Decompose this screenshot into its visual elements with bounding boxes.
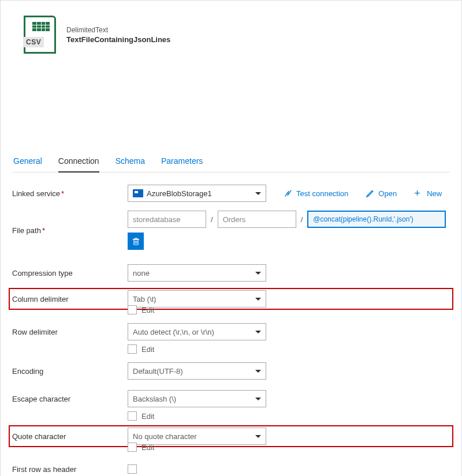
quote-character-edit-checkbox[interactable] xyxy=(128,443,137,452)
path-separator: / xyxy=(301,215,303,224)
chevron-down-icon xyxy=(255,192,261,195)
path-separator: / xyxy=(211,215,213,224)
compression-type-value: none xyxy=(133,269,150,278)
linked-service-select[interactable]: AzureBlobStorage1 xyxy=(128,185,266,202)
storage-icon xyxy=(133,189,143,197)
quote-character-value: No quote character xyxy=(133,432,197,441)
label-escape-character: Escape character xyxy=(12,395,128,403)
label-first-row-header: First row as header xyxy=(12,465,128,474)
dataset-title: TextFileContainingJsonLines xyxy=(66,35,170,44)
escape-character-edit-checkbox[interactable] xyxy=(128,411,137,421)
escape-character-select[interactable]: Backslash (\) xyxy=(128,390,266,407)
plus-icon: + xyxy=(414,189,423,198)
label-column-delimiter: Column delimiter xyxy=(12,295,128,303)
filepath-directory-input[interactable]: Orders xyxy=(218,211,296,228)
new-button[interactable]: + New xyxy=(414,189,442,198)
csv-file-icon: CSV xyxy=(24,16,56,54)
column-delimiter-value: Tab (\t) xyxy=(133,295,156,303)
tab-parameters[interactable]: Parameters xyxy=(161,152,203,172)
edit-label: Edit xyxy=(141,443,154,452)
linked-service-value: AzureBlobStorage1 xyxy=(147,189,212,198)
row-delimiter-edit-checkbox[interactable] xyxy=(128,344,137,354)
encoding-select[interactable]: Default(UTF-8) xyxy=(128,362,266,380)
filepath-filename-input[interactable]: @concat(pipeline().RunId,'.json') xyxy=(307,211,446,228)
pencil-icon xyxy=(366,189,375,198)
edit-label: Edit xyxy=(141,345,154,354)
csv-badge: CSV xyxy=(23,37,44,47)
tab-bar: General Connection Schema Parameters xyxy=(12,152,450,173)
row-delimiter-value: Auto detect (\r,\n, or \r\n) xyxy=(133,328,214,336)
chevron-down-icon xyxy=(255,272,261,275)
chevron-down-icon xyxy=(255,370,261,373)
first-row-header-checkbox[interactable] xyxy=(128,464,137,474)
row-delimiter-select[interactable]: Auto detect (\r,\n, or \r\n) xyxy=(128,323,266,340)
chevron-down-icon xyxy=(255,298,261,301)
tab-general[interactable]: General xyxy=(13,152,42,172)
dataset-header: CSV DelimitedText TextFileContainingJson… xyxy=(12,9,450,54)
test-connection-icon xyxy=(284,189,293,198)
tab-schema[interactable]: Schema xyxy=(116,152,145,172)
escape-character-value: Backslash (\) xyxy=(133,395,176,403)
chevron-down-icon xyxy=(255,398,261,400)
label-encoding: Encoding xyxy=(12,367,128,376)
encoding-value: Default(UTF-8) xyxy=(133,367,183,376)
column-delimiter-select[interactable]: Tab (\t) xyxy=(128,290,266,308)
dataset-type-label: DelimitedText xyxy=(66,26,170,34)
delete-filepath-button[interactable] xyxy=(128,233,144,250)
label-file-path: File path* xyxy=(12,226,128,235)
quote-character-select[interactable]: No quote character xyxy=(128,428,266,445)
label-quote-character: Quote character xyxy=(12,432,128,441)
label-compression-type: Compression type xyxy=(12,269,128,278)
open-button[interactable]: Open xyxy=(366,189,397,198)
column-delimiter-edit-checkbox[interactable] xyxy=(128,305,137,314)
filepath-container-input[interactable]: storedatabase xyxy=(128,211,206,228)
label-row-delimiter: Row delimiter xyxy=(12,328,128,336)
chevron-down-icon xyxy=(255,331,261,333)
compression-type-select[interactable]: none xyxy=(128,264,266,282)
edit-label: Edit xyxy=(141,306,154,314)
edit-label: Edit xyxy=(141,412,154,421)
label-linked-service: Linked service* xyxy=(12,189,128,198)
tab-connection[interactable]: Connection xyxy=(58,152,99,173)
test-connection-button[interactable]: Test connection xyxy=(284,189,348,198)
chevron-down-icon xyxy=(255,435,261,438)
trash-icon xyxy=(132,237,140,246)
